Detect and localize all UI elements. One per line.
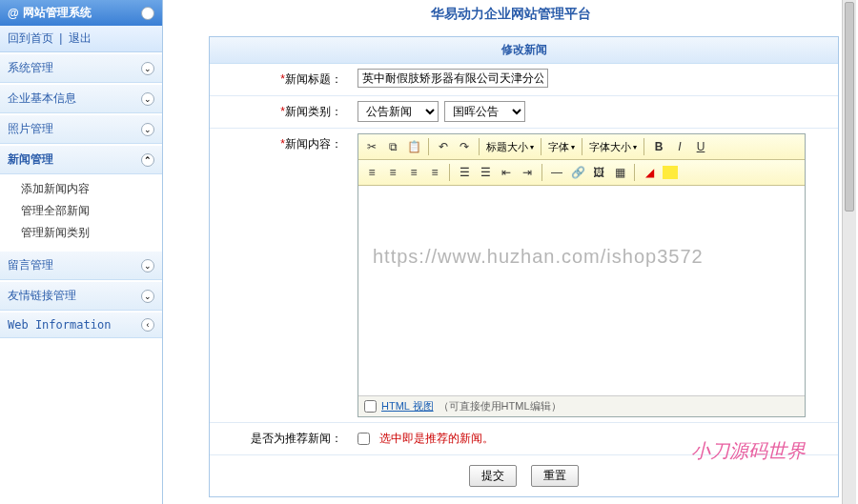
submenu-manage-cat[interactable]: 管理新闻类别: [21, 222, 162, 244]
sidebar-item-company[interactable]: 企业基本信息⌄: [0, 85, 162, 113]
html-hint: （可直接使用HTML编辑）: [439, 399, 562, 413]
link-icon[interactable]: 🔗: [568, 163, 587, 182]
recommend-hint: 选中即是推荐的新闻。: [379, 431, 494, 447]
backcolor-icon[interactable]: [663, 166, 678, 179]
sidebar-item-news[interactable]: 新闻管理⌃: [0, 146, 162, 174]
undo-icon[interactable]: ↶: [434, 137, 453, 156]
sidebar-item-webinfo[interactable]: Web Information‹: [0, 312, 162, 338]
chevron-down-icon[interactable]: ⌄: [141, 7, 154, 20]
chevron-down-icon: ⌄: [141, 62, 154, 75]
category-select-2[interactable]: 国晖公告: [444, 101, 525, 122]
chevron-down-icon: ⌄: [141, 290, 154, 303]
paste-icon[interactable]: 📋: [404, 137, 423, 156]
submenu-add-news[interactable]: 添加新闻内容: [21, 178, 162, 200]
chevron-up-icon: ⌃: [141, 153, 154, 167]
hr-icon[interactable]: —: [547, 163, 566, 182]
label-title: *新闻标题：: [210, 64, 348, 95]
label-content: *新闻内容：: [210, 129, 348, 422]
fontsize-dropdown[interactable]: 字体大小▾: [587, 140, 639, 154]
align-justify-icon[interactable]: ≡: [425, 163, 444, 182]
indent-icon[interactable]: ⇥: [518, 163, 537, 182]
chevron-left-icon: ‹: [141, 318, 154, 332]
reset-button[interactable]: 重置: [531, 465, 579, 487]
editor-toolbar-2: ≡ ≡ ≡ ≡ ☰ ☰ ⇤ ⇥ — 🔗: [358, 160, 805, 186]
table-icon[interactable]: ▦: [610, 163, 629, 182]
system-name: 网站管理系统: [23, 5, 92, 21]
editor-toolbar-1: ✂ ⧉ 📋 ↶ ↷ 标题大小▾ 字体▾: [358, 134, 805, 160]
html-view-link[interactable]: HTML 视图: [381, 399, 434, 413]
sidebar-title: @ 网站管理系统 ⌄: [0, 0, 162, 26]
platform-title: 华易动力企业网站管理平台: [163, 0, 858, 29]
align-right-icon[interactable]: ≡: [404, 163, 423, 182]
align-left-icon[interactable]: ≡: [362, 163, 381, 182]
at-icon: @: [8, 7, 19, 20]
category-select-1[interactable]: 公告新闻: [358, 101, 439, 122]
news-title-input[interactable]: [358, 69, 548, 88]
image-icon[interactable]: 🖼: [589, 163, 608, 182]
edit-news-panel: 修改新闻 *新闻标题： *新闻类别： 公告新闻 国晖公告 *新闻内容：: [209, 36, 839, 497]
home-link[interactable]: 回到首页: [8, 31, 53, 45]
label-recommend: 是否为推荐新闻：: [210, 423, 348, 454]
sidebar-nav: 回到首页 | 退出: [0, 26, 162, 52]
chevron-down-icon: ⌄: [141, 123, 154, 136]
editor-footer: HTML 视图 （可直接使用HTML编辑）: [358, 395, 805, 416]
submit-button[interactable]: 提交: [469, 465, 517, 487]
rich-text-editor: ✂ ⧉ 📋 ↶ ↷ 标题大小▾ 字体▾: [358, 133, 806, 417]
heading-dropdown[interactable]: 标题大小▾: [484, 140, 536, 154]
sidebar-submenu-news: 添加新闻内容 管理全部新闻 管理新闻类别: [0, 174, 162, 250]
editor-textarea[interactable]: [358, 186, 805, 395]
logout-link[interactable]: 退出: [69, 31, 92, 45]
bold-icon[interactable]: B: [649, 137, 668, 156]
sidebar-item-links[interactable]: 友情链接管理⌄: [0, 282, 162, 311]
chevron-down-icon: ⌄: [141, 92, 154, 106]
ordered-list-icon[interactable]: ☰: [455, 163, 474, 182]
forecolor-icon[interactable]: ◢: [640, 163, 659, 182]
recommend-checkbox[interactable]: [358, 433, 370, 445]
sidebar-item-system[interactable]: 系统管理⌄: [0, 54, 162, 83]
redo-icon[interactable]: ↷: [455, 137, 474, 156]
sidebar-item-message[interactable]: 留言管理⌄: [0, 252, 162, 280]
submenu-manage-all[interactable]: 管理全部新闻: [21, 200, 162, 222]
html-view-checkbox[interactable]: [364, 400, 377, 413]
scrollbar[interactable]: [842, 0, 856, 504]
form-buttons: 提交 重置: [210, 455, 838, 496]
label-category: *新闻类别：: [210, 96, 348, 128]
outdent-icon[interactable]: ⇤: [497, 163, 516, 182]
separator: |: [59, 31, 62, 45]
panel-title: 修改新闻: [210, 37, 838, 64]
align-center-icon[interactable]: ≡: [383, 163, 402, 182]
cut-icon[interactable]: ✂: [362, 137, 381, 156]
copy-icon[interactable]: ⧉: [383, 137, 402, 156]
font-dropdown[interactable]: 字体▾: [546, 140, 577, 154]
sidebar-item-photo[interactable]: 照片管理⌄: [0, 115, 162, 144]
underline-icon[interactable]: U: [691, 137, 710, 156]
italic-icon[interactable]: I: [670, 137, 689, 156]
chevron-down-icon: ⌄: [141, 259, 154, 272]
unordered-list-icon[interactable]: ☰: [476, 163, 495, 182]
